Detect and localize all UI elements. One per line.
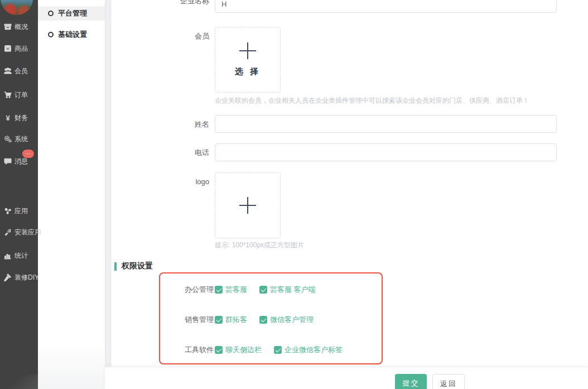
sidebar-item-orders[interactable]: 订单 xyxy=(4,89,28,100)
sidebar-item-label: 安装应用 xyxy=(15,228,41,237)
apps-icon xyxy=(4,207,12,215)
goods-icon xyxy=(4,45,12,52)
secondary-sidebar: 平台管理 基础设置 xyxy=(38,0,105,389)
perm-group-label-sales: 销售管理 xyxy=(185,315,214,325)
checkbox-chat-sidebar[interactable]: 聊天侧边栏 xyxy=(215,345,262,355)
submenu-item-label: 基础设置 xyxy=(58,30,87,40)
checkbox-quntuoke[interactable]: 群拓客 xyxy=(215,315,247,325)
form-footer: 提交 返回 xyxy=(105,367,588,389)
perm-group-label-office: 办公管理 xyxy=(185,285,214,295)
member-picker-box[interactable]: 选 择 xyxy=(215,27,281,93)
sidebar-item-label: 概况 xyxy=(15,22,28,32)
sidebar-item-label: 应用 xyxy=(15,206,28,216)
section-bar-icon xyxy=(114,262,117,271)
sidebar-item-label: 会员 xyxy=(15,66,28,76)
member-hint: 企业关联的会员，企业相关人员在企业类插件管理中可以搜索该企业会员对应的门店、供应… xyxy=(215,96,529,105)
decorate-icon xyxy=(4,273,12,281)
sidebar-item-label: 系统 xyxy=(15,135,28,144)
sidebar-item-overview[interactable]: 概况 xyxy=(4,21,28,32)
sidebar-item-statistics[interactable]: 统计 xyxy=(4,250,28,261)
checkbox-yunkefu-client[interactable]: 芸客服 客户端 xyxy=(259,285,316,295)
company-name-label: 企业名称 xyxy=(112,0,209,6)
sidebar-item-label: 装修DIY xyxy=(15,273,39,282)
overview-icon xyxy=(4,23,12,31)
perm-options-office: 芸客服 芸客服 客户端 xyxy=(215,285,316,295)
name-input[interactable] xyxy=(215,115,557,133)
enterprise-form: 企业名称 会员 选 择 企业关联的会员，企业相关人员在企业类插件管理中可以搜索该… xyxy=(112,0,588,389)
logo-upload-box[interactable] xyxy=(215,172,281,238)
sidebar-item-members[interactable]: 会员 xyxy=(4,65,28,76)
checkbox-checked-icon[interactable] xyxy=(274,346,282,354)
perm-options-tools: 聊天侧边栏 企业微信客户标签 xyxy=(215,345,343,355)
radio-circle-icon xyxy=(48,32,54,37)
phone-label: 电话 xyxy=(112,148,209,158)
checkbox-enterprise-wechat-tags[interactable]: 企业微信客户标签 xyxy=(274,345,343,355)
perm-group-label-tools: 工具软件 xyxy=(185,345,214,355)
install-icon xyxy=(4,228,12,236)
permissions-title: 权限设置 xyxy=(122,261,153,271)
logo-hint: 提示: 100*100px或正方型图片 xyxy=(215,241,304,250)
perm-options-sales: 群拓客 微信客户管理 xyxy=(215,315,314,325)
orders-icon xyxy=(4,91,12,99)
unread-messages-badge[interactable]: … xyxy=(22,150,34,158)
sidebar-item-finance[interactable]: 财务 xyxy=(4,112,28,123)
submenu-item-basic-settings[interactable]: 基础设置 xyxy=(38,27,105,42)
sidebar-item-label: 财务 xyxy=(15,113,28,123)
logo-label: logo xyxy=(112,177,209,186)
sidebar-item-decorate-diy[interactable]: 装修DIY xyxy=(4,272,39,283)
checkbox-yunkefu[interactable]: 芸客服 xyxy=(215,285,247,295)
sidebar-item-label: 订单 xyxy=(15,90,28,100)
sidebar-item-install-apps[interactable]: 安装应用 xyxy=(4,227,41,238)
sidebar-item-apps[interactable]: 应用 xyxy=(4,205,28,217)
choose-button[interactable]: 选 择 xyxy=(235,66,261,77)
phone-input[interactable] xyxy=(215,143,557,161)
submenu-item-label: 平台管理 xyxy=(58,8,87,18)
name-label: 姓名 xyxy=(112,119,209,129)
back-button[interactable]: 返回 xyxy=(432,374,465,389)
checkbox-checked-icon[interactable] xyxy=(259,316,267,324)
submit-button[interactable]: 提交 xyxy=(395,374,427,389)
sidebar-item-label: 统计 xyxy=(15,251,28,261)
primary-sidebar: 概况 商品 会员 订单 财务 系统 消息 … xyxy=(0,0,38,389)
company-name-input[interactable] xyxy=(215,0,557,13)
avatar[interactable] xyxy=(1,0,33,15)
checkbox-checked-icon[interactable] xyxy=(215,286,223,294)
permissions-section-header: 权限设置 xyxy=(114,261,153,271)
finance-icon xyxy=(4,114,12,122)
checkbox-checked-icon[interactable] xyxy=(259,286,267,294)
sidebar-item-system[interactable]: 系统 xyxy=(4,133,28,145)
sidebar-item-label: 消息 xyxy=(15,157,28,166)
submenu-item-platform-management[interactable]: 平台管理 xyxy=(38,6,105,21)
checkbox-checked-icon[interactable] xyxy=(215,346,223,354)
radio-circle-icon xyxy=(48,11,54,16)
plus-icon xyxy=(239,42,256,59)
members-icon xyxy=(4,67,12,75)
checkbox-checked-icon[interactable] xyxy=(215,316,223,324)
plus-icon xyxy=(239,197,256,214)
scrollbar-track[interactable] xyxy=(105,0,112,389)
checkbox-wechat-customer-mgmt[interactable]: 微信客户管理 xyxy=(259,315,314,325)
stats-icon xyxy=(4,252,12,260)
member-label: 会员 xyxy=(112,31,209,41)
sidebar-item-label: 商品 xyxy=(15,44,28,54)
sidebar-item-goods[interactable]: 商品 xyxy=(4,43,28,54)
system-icon xyxy=(4,135,12,143)
message-icon xyxy=(4,157,12,165)
